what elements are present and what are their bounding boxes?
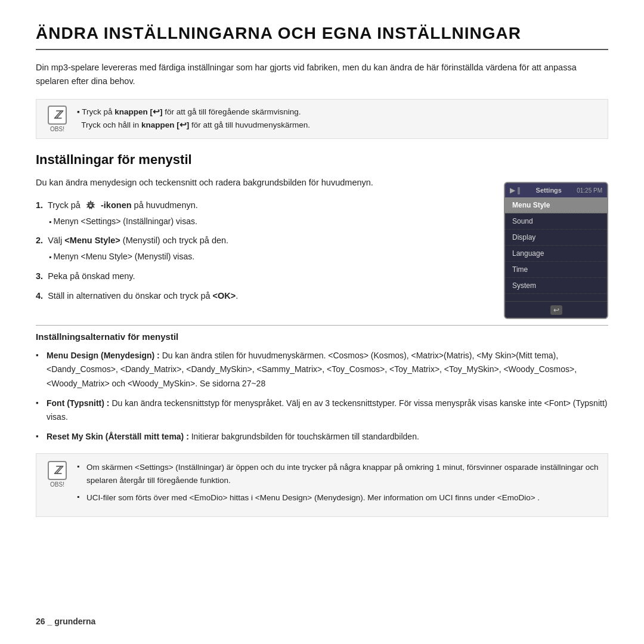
steps-list: 1. Tryck på -ikonen på huvudmenyn. Menyn…	[36, 199, 492, 304]
step-1-num: 1.	[36, 200, 43, 210]
device-menu-item-sound[interactable]: Sound	[505, 213, 607, 230]
main-title: ÄNDRA INSTÄLLNINGARNA OCH EGNA INSTÄLLNI…	[36, 24, 608, 50]
step-4: 4. Ställ in alternativen du önskar och t…	[36, 289, 492, 303]
device-mockup: ▶ ‖ Settings 01:25 PM Menu Style Sound D…	[504, 182, 608, 319]
note2-line1: Om skärmen <Settings> (Inställningar) är…	[77, 461, 599, 487]
device-menu-item-display[interactable]: Display	[505, 230, 607, 246]
step-3-text: Peka på önskad meny.	[48, 271, 135, 281]
settings-gear-icon	[84, 199, 97, 212]
note-box-2: ℤ OBS! Om skärmen <Settings> (Inställnin…	[36, 453, 608, 517]
obs-label: OBS!	[50, 126, 64, 132]
note2-line2: UCI-filer som förts över med <EmoDio> hi…	[77, 491, 599, 504]
step-2: 2. Välj <Menu Style> (Menystil) och tryc…	[36, 234, 492, 264]
bullet-item-1: Menu Design (Menydesign) : Du kan ändra …	[36, 349, 608, 390]
device-menu-item-system[interactable]: System	[505, 278, 607, 294]
info-icon-2: ℤ	[48, 461, 67, 480]
page-footer: 26 _ grunderna	[36, 617, 95, 626]
step-1-text-bold: -ikonen	[101, 200, 132, 210]
step-2-num: 2.	[36, 236, 43, 245]
bullet-list: Menu Design (Menydesign) : Du kan ändra …	[36, 349, 608, 444]
note2-icon-wrap: ℤ OBS!	[45, 461, 70, 488]
note1-text: ▪ Tryck på knappen [↩] för att gå till f…	[77, 106, 310, 131]
note1-line1: ▪ Tryck på knappen [↩] för att gå till f…	[77, 107, 301, 116]
bullet-1-bold: Menu Design (Menydesign) :	[47, 351, 160, 360]
section-desc: Du kan ändra menydesign och teckensnitt …	[36, 176, 492, 190]
info-icon: ℤ	[48, 106, 67, 125]
device-play-icon: ▶ ‖	[510, 186, 521, 194]
bullet-2-text: Du kan ändra teckensnittstyp för menyspr…	[47, 398, 607, 422]
step-3-num: 3.	[36, 271, 43, 281]
note-box-1: ℤ OBS! ▪ Tryck på knappen [↩] för att gå…	[36, 99, 608, 139]
device-time: 01:25 PM	[577, 187, 602, 194]
step-2-sub: Menyn <Menu Style> (Menystil) visas.	[36, 250, 492, 263]
step-3: 3. Peka på önskad meny.	[36, 270, 492, 283]
device-header: ▶ ‖ Settings 01:25 PM	[505, 183, 607, 197]
step-4-text-post: .	[236, 291, 238, 301]
bullet-3-bold: Reset My Skin (Återställ mitt tema) :	[47, 432, 189, 441]
step-2-text-bold: <Menu Style>	[64, 236, 120, 245]
step-1-text-pre: Tryck på	[48, 200, 83, 210]
bullet-3-text: Initierar bakgrundsbilden för touchskärm…	[191, 432, 419, 441]
step-1-text-post: på huvudmenyn.	[134, 200, 198, 210]
obs-label-2: OBS!	[50, 481, 64, 488]
section-heading: Inställningar för menystil	[36, 152, 608, 168]
bottom-note-list: Om skärmen <Settings> (Inställningar) är…	[77, 461, 599, 509]
device-menu-item-menu-style[interactable]: Menu Style	[505, 197, 607, 213]
device-title: Settings	[536, 187, 562, 194]
device-screen: ▶ ‖ Settings 01:25 PM Menu Style Sound D…	[505, 183, 607, 318]
note-icon-wrap: ℤ OBS!	[45, 106, 70, 132]
step-2-sub-1: Menyn <Menu Style> (Menystil) visas.	[49, 250, 492, 263]
step-4-num: 4.	[36, 291, 43, 301]
text-column: Du kan ändra menydesign och teckensnitt …	[36, 176, 504, 319]
device-menu-list: Menu Style Sound Display Language Time S…	[505, 197, 607, 301]
step-4-text-bold: <OK>	[213, 291, 236, 301]
intro-text: Din mp3-spelare levereras med färdiga in…	[36, 61, 608, 88]
content-area: Du kan ändra menydesign och teckensnitt …	[36, 176, 608, 319]
device-menu-item-language[interactable]: Language	[505, 246, 607, 262]
step-4-text-pre: Ställ in alternativen du önskar och tryc…	[48, 291, 212, 301]
step-1-sub: Menyn <Settings> (Inställningar) visas.	[36, 215, 492, 228]
step-1: 1. Tryck på -ikonen på huvudmenyn. Menyn…	[36, 199, 492, 228]
note1-line2: Tryck och håll in knappen [↩] för att gå…	[77, 120, 310, 129]
bullet-2-bold: Font (Typsnitt) :	[47, 398, 110, 408]
device-back-button[interactable]: ↩	[550, 305, 562, 315]
page: ÄNDRA INSTÄLLNINGARNA OCH EGNA INSTÄLLNI…	[0, 0, 644, 644]
sub-section-heading: Inställningsalternativ för menystil	[36, 325, 608, 342]
step-1-sub-1: Menyn <Settings> (Inställningar) visas.	[49, 215, 492, 228]
device-footer: ↩	[505, 301, 607, 318]
step-2-text-post: (Menystil) och tryck på den.	[120, 236, 228, 245]
step-2-text-pre: Välj	[48, 236, 64, 245]
bullet-item-3: Reset My Skin (Återställ mitt tema) : In…	[36, 430, 608, 444]
device-menu-item-time[interactable]: Time	[505, 262, 607, 278]
bullet-item-2: Font (Typsnitt) : Du kan ändra teckensni…	[36, 397, 608, 424]
